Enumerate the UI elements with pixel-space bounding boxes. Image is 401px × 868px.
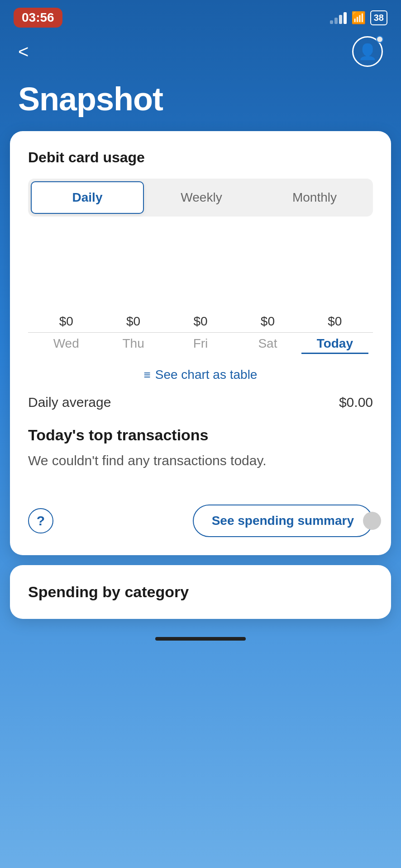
chart-label-today: Today: [301, 336, 368, 354]
daily-average-label: Daily average: [28, 395, 111, 410]
chart-value-4: $0: [301, 314, 368, 329]
wifi-icon: 📶: [351, 11, 366, 25]
period-tab-group: Daily Weekly Monthly: [28, 179, 373, 217]
see-chart-as-table-link[interactable]: ≡ See chart as table: [28, 368, 373, 382]
help-button[interactable]: ?: [28, 508, 53, 533]
card-footer: ? See spending summary: [28, 505, 373, 537]
profile-notification-dot: [376, 36, 383, 43]
tab-daily[interactable]: Daily: [31, 181, 144, 214]
chart-labels-row: Wed Thu Fri Sat Today: [28, 336, 373, 354]
status-time: 03:56: [14, 8, 62, 28]
chart-label-2: Fri: [167, 336, 234, 354]
list-icon: ≡: [144, 368, 151, 382]
signal-icon: [330, 11, 347, 24]
nav-bar: < 👤: [0, 32, 401, 76]
chart-divider: [28, 332, 373, 333]
page-title-area: Snapshot: [0, 76, 401, 131]
tab-monthly[interactable]: Monthly: [259, 181, 370, 214]
see-chart-link[interactable]: ≡ See chart as table: [144, 368, 258, 382]
home-indicator: [155, 637, 246, 641]
see-spending-summary-button[interactable]: See spending summary: [193, 505, 373, 537]
chart-label-0: Wed: [33, 336, 100, 354]
status-icons: 📶 38: [330, 10, 387, 25]
battery-icon: 38: [370, 10, 387, 25]
scroll-indicator: [363, 512, 381, 530]
chart-label-1: Thu: [100, 336, 167, 354]
chart-label-3: Sat: [234, 336, 301, 354]
spending-by-category-card: Spending by category: [10, 565, 391, 619]
debit-card-usage-card: Debit card usage Daily Weekly Monthly $0…: [10, 131, 391, 555]
bar-chart: [28, 233, 373, 314]
profile-icon: 👤: [358, 42, 377, 61]
chart-value-1: $0: [100, 314, 167, 329]
page-title: Snapshot: [18, 80, 383, 118]
chart-values-row: $0 $0 $0 $0 $0: [28, 314, 373, 329]
daily-average-row: Daily average $0.00: [28, 395, 373, 410]
profile-button[interactable]: 👤: [352, 36, 383, 67]
daily-average-value: $0.00: [339, 395, 373, 410]
spending-by-category-title: Spending by category: [28, 583, 373, 601]
status-bar: 03:56 📶 38: [0, 0, 401, 32]
no-transactions-message: We couldn't find any transactions today.: [28, 453, 373, 468]
chart-value-0: $0: [33, 314, 100, 329]
back-button[interactable]: <: [18, 42, 29, 61]
top-transactions-title: Today's top transactions: [28, 426, 373, 444]
chart-value-2: $0: [167, 314, 234, 329]
question-mark-icon: ?: [37, 513, 45, 528]
chart-value-3: $0: [234, 314, 301, 329]
debit-card-usage-title: Debit card usage: [28, 149, 373, 166]
tab-weekly[interactable]: Weekly: [146, 181, 257, 214]
